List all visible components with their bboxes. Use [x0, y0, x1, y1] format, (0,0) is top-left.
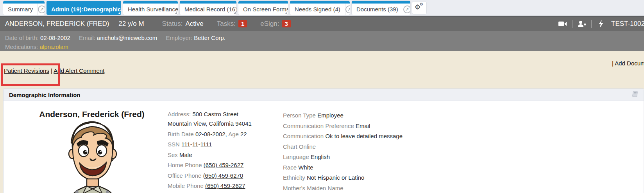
field-value: Ok to leave detailed message — [325, 133, 402, 139]
email-value: anichols@mieweb.com — [97, 34, 157, 41]
field-row: Sex Male — [168, 150, 252, 161]
patient-name: ANDERSON, FREDERICK (FRED) — [5, 20, 109, 28]
panel-title: Demographic Information — [9, 92, 80, 98]
field-label: Office Phone — [168, 172, 201, 179]
gear-small-icon: ⚙ — [420, 2, 423, 6]
patient-revisions-link[interactable]: Patient Revisions — [4, 67, 49, 74]
tab-menu-indicator — [175, 12, 177, 14]
tab-menu-indicator — [118, 12, 120, 14]
field-row: Address: 500 Castro Street — [168, 110, 252, 119]
field-row: Communication Preference Email — [283, 121, 402, 132]
annotation-highlight-rect — [1, 63, 60, 86]
field-value: White — [298, 164, 313, 171]
tab-on-screen-forms[interactable]: On Screen Forms — [238, 1, 288, 15]
patient-links-row: Patient Revisions | Add Alert Comment — [4, 67, 104, 74]
field-link[interactable]: (650) 459-2627 — [204, 162, 244, 168]
field-label: Ethnicity — [283, 174, 305, 181]
field-label: Person Type — [283, 112, 316, 119]
add-user-icon[interactable] — [577, 20, 587, 28]
demographics-column-left: Address: 500 Castro StreetMountain View,… — [168, 110, 252, 193]
field-row: Communication Ok to leave detailed messa… — [283, 131, 402, 142]
field-row: Birth Date 02-08-2002, Age 22 — [168, 129, 252, 140]
field-label: Age — [228, 131, 239, 137]
field-label: Home Phone — [168, 162, 202, 168]
field-value: Not Hispanic or Latino — [307, 174, 365, 181]
field-label: Race — [283, 164, 297, 171]
settings-button[interactable]: ⚙ ⚙ — [412, 2, 426, 14]
popout-button[interactable]: ↗ — [38, 4, 45, 15]
tab-medical-record[interactable]: Medical Record (16) — [180, 1, 236, 15]
video-camera-icon[interactable] — [558, 20, 567, 28]
status-label: Status: — [162, 20, 183, 28]
patient-info-bar: Date of birth: 02-08-2002 Email: anichol… — [0, 31, 644, 51]
tab-accent-bar — [238, 1, 288, 4]
field-value: Mountain View, California 94041 — [168, 120, 252, 127]
field-label: Sex — [168, 152, 178, 158]
add-alert-comment-link[interactable]: Add Alert Comment — [54, 67, 104, 74]
field-label: Language — [283, 153, 309, 160]
employer-label: Employer: — [166, 34, 192, 41]
tab-accent-bar — [352, 1, 410, 4]
medications-value: alprazolam — [39, 43, 68, 50]
field-link[interactable]: (650) 459-6270 — [203, 172, 243, 179]
separator: | — [51, 67, 52, 74]
divider — [572, 20, 572, 28]
field-row: Mobile Phone (650) 459-2627 — [168, 181, 252, 191]
tab-summary[interactable]: Summary ↗ — [3, 1, 45, 15]
field-row: Mother's Maiden Name — [283, 183, 402, 193]
tab-accent-bar — [3, 1, 45, 4]
dob-value: 02-08-2002 — [40, 34, 70, 41]
add-document-link[interactable]: Add Document — [615, 60, 644, 67]
tab-menu-indicator — [285, 12, 287, 14]
field-row: SSN 111-11-1111 — [168, 139, 252, 150]
field-label: Mother's Maiden Name — [283, 185, 343, 191]
field-label: Address: — [168, 111, 191, 117]
separator: | — [612, 60, 614, 67]
popout-button[interactable]: ↗ — [403, 4, 410, 15]
field-label: Communication — [283, 133, 324, 139]
field-label: Chart Online — [283, 143, 316, 150]
tab-health-surveillance[interactable]: Health Surveillance — [123, 1, 178, 15]
demographics-column-right: Person Type EmployeeCommunication Prefer… — [283, 110, 402, 193]
demographic-information-panel: Demographic Information Anderson, Freder… — [3, 88, 644, 193]
patient-age-sex: 22 y/o M — [118, 20, 144, 28]
popout-icon: ↗ — [38, 5, 45, 13]
dob-label: Date of birth: — [5, 34, 39, 41]
field-value: 02-08-2002, — [195, 131, 227, 137]
chart-id: TEST-10025 — [611, 20, 644, 28]
lightning-icon[interactable] — [596, 20, 606, 28]
field-value: Employee — [317, 112, 343, 119]
popout-button[interactable]: ↗ — [345, 4, 350, 15]
tab-needs-signed[interactable]: Needs Signed (4) ↗ — [290, 1, 350, 15]
tab-documents[interactable]: Documents (39) ↗ — [352, 1, 410, 15]
field-value: Email — [356, 123, 370, 129]
field-row: Person Type Employee — [283, 110, 402, 121]
field-label: Birth Date — [168, 131, 194, 137]
employer-value: Better Corp. — [194, 34, 225, 41]
field-label: SSN — [168, 141, 180, 148]
book-icon[interactable] — [631, 91, 639, 99]
tasks-count-badge[interactable]: 1 — [238, 20, 247, 27]
esign-count-badge[interactable]: 3 — [282, 20, 291, 27]
field-row: Race White — [283, 162, 402, 173]
tab-admin-demographics[interactable]: Admin (19):Demographics — [47, 1, 121, 15]
tab-bar: Summary ↗ Admin (19):Demographics Health… — [0, 0, 644, 16]
patient-photo[interactable] — [59, 118, 125, 193]
tab-menu-indicator — [233, 12, 236, 14]
status-value: Active — [185, 20, 203, 28]
field-value: 22 — [240, 131, 247, 137]
field-value: Male — [179, 152, 192, 158]
field-link[interactable]: (650) 459-2627 — [205, 182, 245, 189]
field-label: Communication Preference — [283, 123, 354, 129]
medications-label: Medications: — [5, 43, 38, 50]
field-label: Mobile Phone — [168, 182, 204, 189]
field-value: 111-11-1111 — [181, 141, 212, 148]
tab-accent-bar — [180, 1, 236, 4]
field-value: 500 Castro Street — [192, 111, 238, 117]
tab-accent-bar — [123, 1, 178, 4]
email-label: Email: — [79, 34, 95, 41]
tab-accent-bar — [47, 1, 121, 4]
field-row: Mountain View, California 94041 — [168, 119, 252, 129]
divider — [591, 20, 592, 28]
popout-icon: ↗ — [345, 5, 350, 13]
